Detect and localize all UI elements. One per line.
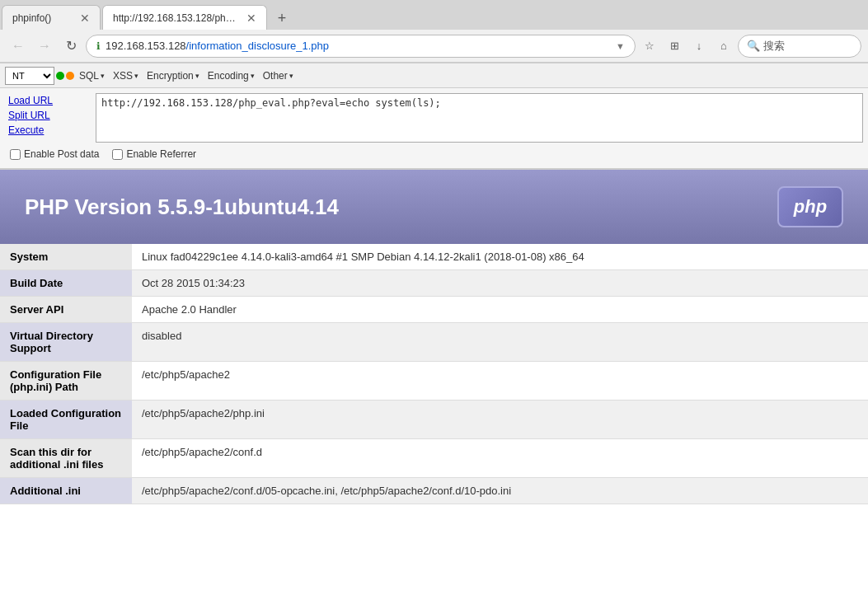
table-key: Scan this dir for additional .ini files [0,439,132,478]
encryption-menu[interactable]: Encryption ▾ [143,68,203,83]
table-value: /etc/php5/apache2/conf.d [132,439,868,478]
back-button[interactable]: ← [7,35,30,58]
tab-bar: phpinfo() ✕ http://192.168.153.128/php_e… [0,0,868,30]
table-key: Virtual Directory Support [0,323,132,362]
tamper-toolbar: NT SQL ▾ XSS ▾ Encryption ▾ Encoding ▾ O… [0,63,868,88]
phpinfo-table-wrapper: SystemLinux fad04229c1ee 4.14.0-kali3-am… [0,244,868,504]
url-base: 192.168.153.128 [106,40,186,52]
search-placeholder: 搜索 [763,39,785,54]
table-row: SystemLinux fad04229c1ee 4.14.0-kali3-am… [0,244,868,270]
bookmark-icon: ☆ [645,40,655,52]
table-key: Build Date [0,270,132,297]
enable-referrer-label[interactable]: Enable Referrer [112,148,196,160]
bookmark-button[interactable]: ☆ [639,35,660,57]
xss-menu[interactable]: XSS ▾ [110,68,142,83]
tab-phpeval[interactable]: http://192.168.153.128/php_e ✕ [102,5,267,30]
php-logo: php [777,186,843,227]
hackbar-sidebar: Load URL Split URL Execute [5,93,96,145]
phpinfo-table: SystemLinux fad04229c1ee 4.14.0-kali3-am… [0,244,868,504]
address-text: 192.168.153.128/information_disclosure_1… [106,40,611,52]
refresh-button[interactable]: ↻ [59,35,82,58]
refresh-icon: ↻ [66,38,77,54]
table-row: Server APIApache 2.0 Handler [0,297,868,323]
home-button[interactable]: ⌂ [713,35,734,57]
info-icon: ℹ [96,40,101,52]
tab-phpinfo[interactable]: phpinfo() ✕ [2,5,101,30]
phpinfo-header: PHP Version 5.5.9-1ubuntu4.14 php [0,170,868,244]
address-field[interactable]: ℹ 192.168.153.128/information_disclosure… [86,35,636,58]
tab-phpinfo-close[interactable]: ✕ [80,12,90,24]
table-value: /etc/php5/apache2/php.ini [132,401,868,439]
hackbar-url-area: http://192.168.153.128/php_eval.php?eval… [96,93,863,145]
tab-icon-button[interactable]: ⊞ [664,35,685,57]
table-key: Configuration File (php.ini) Path [0,362,132,401]
back-icon: ← [12,39,25,54]
tab-phpeval-title: http://192.168.153.128/php_e [113,12,240,24]
enable-post-label[interactable]: Enable Post data [10,148,99,160]
green-dot [56,72,64,80]
orange-dot [66,72,74,80]
other-menu-arrow: ▾ [289,72,293,80]
execute-button[interactable]: Execute [5,123,96,138]
xss-menu-arrow: ▾ [134,72,138,80]
table-row: Configuration File (php.ini) Path/etc/ph… [0,362,868,401]
search-icon: 🔍 [747,40,760,52]
table-row: Virtual Directory Supportdisabled [0,323,868,362]
nt-select[interactable]: NT [5,67,54,85]
address-bar: ← → ↻ ℹ 192.168.153.128/information_disc… [0,30,868,63]
table-row: Additional .ini/etc/php5/apache2/conf.d/… [0,478,868,504]
table-value: /etc/php5/apache2 [132,362,868,401]
hackbar-checkboxes: Enable Post data Enable Referrer [5,145,863,163]
enable-referrer-checkbox[interactable] [112,149,123,160]
address-dropdown-icon[interactable]: ▼ [616,41,625,51]
table-key: Additional .ini [0,478,132,504]
table-value: Oct 28 2015 01:34:23 [132,270,868,297]
table-key: Server API [0,297,132,323]
forward-button[interactable]: → [33,35,56,58]
table-value: /etc/php5/apache2/conf.d/05-opcache.ini,… [132,478,868,504]
phpinfo-version: PHP Version 5.5.9-1ubuntu4.14 [25,194,339,220]
tab-phpinfo-title: phpinfo() [12,12,73,24]
encryption-menu-arrow: ▾ [195,72,199,80]
table-row: Build DateOct 28 2015 01:34:23 [0,270,868,297]
download-button[interactable]: ↓ [688,35,710,57]
other-menu[interactable]: Other ▾ [260,68,297,83]
sql-menu[interactable]: SQL ▾ [76,68,108,83]
table-key: Loaded Configuration File [0,401,132,439]
hackbar-url-input[interactable]: http://192.168.153.128/php_eval.php?eval… [96,93,863,143]
sql-menu-arrow: ▾ [101,72,105,80]
home-icon: ⌂ [720,40,727,52]
hackbar: Load URL Split URL Execute http://192.16… [0,88,868,170]
url-path: /information_disclosure_1.php [186,40,329,52]
tab-icon: ⊞ [670,40,679,52]
table-row: Scan this dir for additional .ini files/… [0,439,868,478]
encoding-menu[interactable]: Encoding ▾ [204,68,258,83]
enable-post-checkbox[interactable] [10,149,21,160]
table-value: disabled [132,323,868,362]
forward-icon: → [38,39,51,54]
main-content: PHP Version 5.5.9-1ubuntu4.14 php System… [0,170,868,595]
table-row: Loaded Configuration File/etc/php5/apach… [0,401,868,439]
split-url-button[interactable]: Split URL [5,108,96,123]
load-url-button[interactable]: Load URL [5,93,96,108]
table-value: Apache 2.0 Handler [132,297,868,323]
download-icon: ↓ [697,40,702,52]
tab-phpeval-close[interactable]: ✕ [246,12,256,24]
search-box[interactable]: 🔍 搜索 [738,35,861,58]
table-key: System [0,244,132,270]
encoding-menu-arrow: ▾ [251,72,255,80]
new-tab-button[interactable]: + [270,7,293,30]
table-value: Linux fad04229c1ee 4.14.0-kali3-amd64 #1… [132,244,868,270]
